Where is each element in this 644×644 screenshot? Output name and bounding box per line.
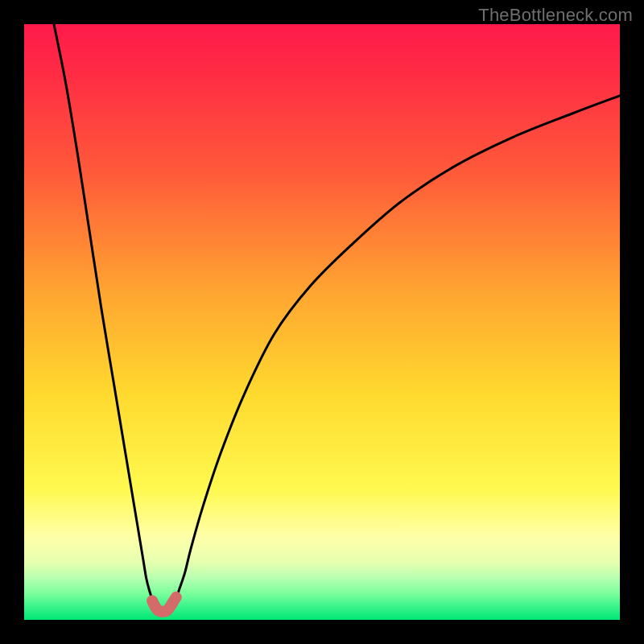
valley-marker-curve xyxy=(152,597,176,612)
watermark-text: TheBottleneck.com xyxy=(478,5,633,26)
right-branch-curve xyxy=(173,96,620,605)
left-branch-curve xyxy=(54,24,155,605)
plot-area xyxy=(24,24,620,620)
chart-frame: TheBottleneck.com xyxy=(0,0,644,644)
curve-layer xyxy=(24,24,620,620)
